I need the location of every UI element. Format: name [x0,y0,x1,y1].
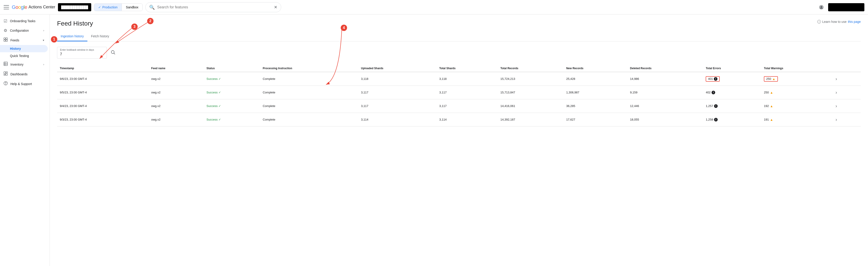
user-avatar-icon[interactable] [817,3,826,11]
warn-value: 192 ▲ [764,104,828,108]
sidebar-item-feeds[interactable]: Feeds ▾ [0,35,48,45]
cell-action[interactable]: › [831,113,861,127]
table-body: 9/6/23, 23:00 GMT-4owg.v2Success ✓Comple… [57,72,861,127]
search-input[interactable] [157,5,272,9]
search-icon: 🔍 [149,4,155,10]
cell-total-errors: 401 i [703,72,761,86]
status-success: Success ✓ [207,104,257,108]
warn-value: 250 ▲ [764,76,778,82]
cell-total-shards: 3,117 [436,99,498,113]
inventory-icon [4,62,8,67]
row-detail-button[interactable]: › [834,116,839,123]
sidebar-item-inventory[interactable]: Inventory › [0,60,48,69]
col-processing: Processing Instruction [260,65,358,72]
sidebar-item-dashboards[interactable]: Dashboards [0,69,48,79]
cell-deleted-records: 12,446 [627,99,703,113]
col-uploaded-shards: Uploaded Shards [359,65,437,72]
cell-total-records: 15,713,847 [498,86,563,99]
top-nav: Google Actions Center ████████████ ✓ Pro… [0,0,868,14]
cell-timestamp: 9/3/23, 23:00 GMT-4 [57,113,149,127]
onboarding-icon: ☑ [4,19,7,24]
cell-uploaded-shards: 3,118 [359,72,437,86]
svg-rect-4 [6,40,7,41]
expand-icon: › [43,29,44,32]
cell-processing: Complete [260,86,358,99]
cell-total-shards: 3,114 [436,113,498,127]
cell-action[interactable]: › [831,72,861,86]
tab-fetch-history[interactable]: Fetch history [87,32,113,41]
col-total-errors: Total Errors [703,65,761,72]
error-value: 1,257 i [706,104,758,108]
cell-total-warnings: 250 ▲ [761,72,831,86]
row-detail-button[interactable]: › [834,102,839,109]
info-icon: i [714,104,718,108]
table-row: 9/5/23, 23:00 GMT-4owg.v2Success ✓Comple… [57,86,861,99]
row-detail-button[interactable]: › [834,75,839,82]
col-status: Status [204,65,260,72]
svg-rect-2 [6,38,7,39]
sidebar: ☑ Onboarding Tasks ⚙ Configuration › Fee… [0,14,50,266]
tab-sandbox[interactable]: Sandbox [122,4,143,11]
body-layout: ☑ Onboarding Tasks ⚙ Configuration › Fee… [0,14,868,266]
feeds-icon [4,38,8,43]
tabs-bar: Ingestion history Fetch history [57,32,861,41]
clear-search-button[interactable]: ✕ [274,5,277,10]
lookback-search-button[interactable] [108,50,118,56]
error-value: 1,258 i [706,118,758,122]
col-total-shards: Total Shards [436,65,498,72]
table-row: 9/4/23, 23:00 GMT-4owg.v2Success ✓Comple… [57,99,861,113]
learn-this-page-link[interactable]: this page [848,20,861,24]
cell-deleted-records: 14,986 [627,72,703,86]
tab-ingestion-history[interactable]: Ingestion history [57,32,87,41]
account-switcher[interactable]: ████████████ [58,3,91,11]
warn-icon: ▲ [770,104,773,108]
logo-area: Google Actions Center [12,4,55,10]
col-total-warnings: Total Warnings [761,65,831,72]
cell-action[interactable]: › [831,86,861,99]
sidebar-item-quick-testing[interactable]: Quick Testing [0,52,48,60]
cell-feed-name: owg.v2 [149,72,204,86]
sidebar-item-help[interactable]: Help & Support [0,79,48,89]
top-right-block [828,3,864,11]
cell-uploaded-shards: 3,117 [359,86,437,99]
cell-feed-name: owg.v2 [149,113,204,127]
cell-total-records: 14,392,187 [498,113,563,127]
cell-feed-name: owg.v2 [149,86,204,99]
cell-new-records: 1,306,987 [563,86,627,99]
lookback-label: Enter lookback window in days [60,48,94,51]
svg-rect-9 [4,72,5,74]
table-row: 9/3/23, 23:00 GMT-4owg.v2Success ✓Comple… [57,113,861,127]
status-success: Success ✓ [207,118,257,121]
sidebar-item-onboarding[interactable]: ☑ Onboarding Tasks [0,16,48,26]
lookback-container: Enter lookback window in days [57,47,861,59]
info-icon: i [714,118,718,122]
svg-rect-1 [4,38,5,39]
sidebar-item-history[interactable]: History [0,45,48,52]
sidebar-item-configuration[interactable]: ⚙ Configuration › [0,26,48,35]
cell-new-records: 36,285 [563,99,627,113]
lookback-field: Enter lookback window in days [57,47,107,59]
cell-uploaded-shards: 3,114 [359,113,437,127]
info-circle-icon: i [817,20,821,24]
tab-production[interactable]: ✓ Production [94,4,122,11]
svg-point-14 [5,84,6,85]
svg-rect-10 [6,72,7,73]
hamburger-button[interactable] [4,4,9,10]
col-new-records: New Records [563,65,627,72]
svg-point-0 [821,6,822,7]
row-detail-button[interactable]: › [834,89,839,96]
cell-total-errors: 1,257 i [703,99,761,113]
svg-text:i: i [819,21,819,23]
google-logo: Google [12,4,27,10]
cell-feed-name: owg.v2 [149,99,204,113]
inventory-expand-icon: › [43,63,44,66]
cell-total-errors: 402 i [703,86,761,99]
cell-processing: Complete [260,72,358,86]
cell-processing: Complete [260,113,358,127]
main-content: 2 3 4 Feed History i Learn how to use th… [50,14,868,266]
cell-action[interactable]: › [831,99,861,113]
cell-total-warnings: 191 ▲ [761,113,831,127]
help-icon [4,81,8,87]
cell-new-records: 25,428 [563,72,627,86]
cell-uploaded-shards: 3,117 [359,99,437,113]
